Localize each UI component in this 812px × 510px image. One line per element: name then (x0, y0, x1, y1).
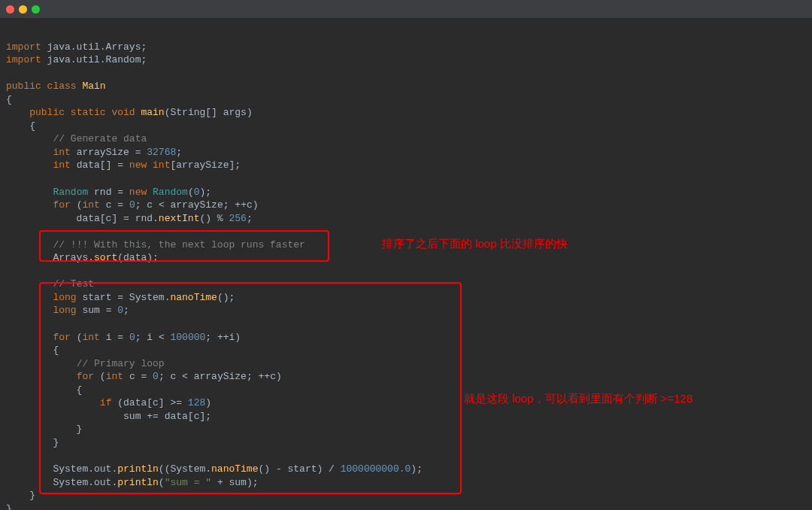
code-line: Arrays.sort(data); (6, 251, 806, 265)
code-line: sum += data[c]; (6, 410, 806, 423)
code-line (6, 450, 806, 463)
annotation-loop: 就是这段 loop，可以看到里面有个判断 >=128 (464, 391, 692, 406)
code-line: { (6, 344, 806, 357)
code-line: { (6, 120, 806, 133)
code-line: for (int c = 0; c < arraySize; ++c) (6, 370, 806, 384)
code-line: Random rnd = new Random(0); (6, 186, 806, 199)
code-line: for (int i = 0; i < 100000; ++i) (6, 331, 806, 345)
code-line: data[c] = rnd.nextInt() % 256; (6, 212, 806, 226)
code-line: long start = System.nanoTime(); (6, 291, 806, 305)
code-line: } (6, 489, 806, 502)
code-line: { (6, 93, 806, 107)
annotation-sort: 排序了之后下面的 loop 比没排序的快 (382, 236, 568, 251)
code-line: import java.util.Arrays; (6, 41, 806, 54)
code-line: // Primary loop (6, 357, 806, 371)
code-line: // Test (6, 278, 806, 291)
code-line: // Generate data (6, 132, 806, 146)
code-line: public static void main(String[] args) (6, 106, 806, 120)
minimize-icon[interactable] (19, 5, 27, 14)
code-line: public class Main (6, 80, 806, 93)
code-line: } (6, 436, 806, 450)
code-line: for (int c = 0; c < arraySize; ++c) (6, 199, 806, 212)
code-editor[interactable]: import java.util.Arrays;import java.util… (0, 18, 812, 510)
code-line (6, 27, 806, 41)
maximize-icon[interactable] (32, 5, 40, 14)
code-line (6, 172, 806, 186)
code-line: System.out.println("sum = " + sum); (6, 476, 806, 490)
code-line: long sum = 0; (6, 304, 806, 317)
code-line: } (6, 502, 806, 510)
code-line: import java.util.Random; (6, 53, 806, 67)
code-line: } (6, 423, 806, 436)
code-line (6, 265, 806, 278)
code-line (6, 67, 806, 80)
code-line: int arraySize = 32768; (6, 146, 806, 159)
code-line: int data[] = new int[arraySize]; (6, 159, 806, 172)
close-icon[interactable] (6, 5, 14, 14)
code-line (6, 317, 806, 331)
code-line: System.out.println((System.nanoTime() - … (6, 463, 806, 476)
window-titlebar (0, 0, 812, 18)
